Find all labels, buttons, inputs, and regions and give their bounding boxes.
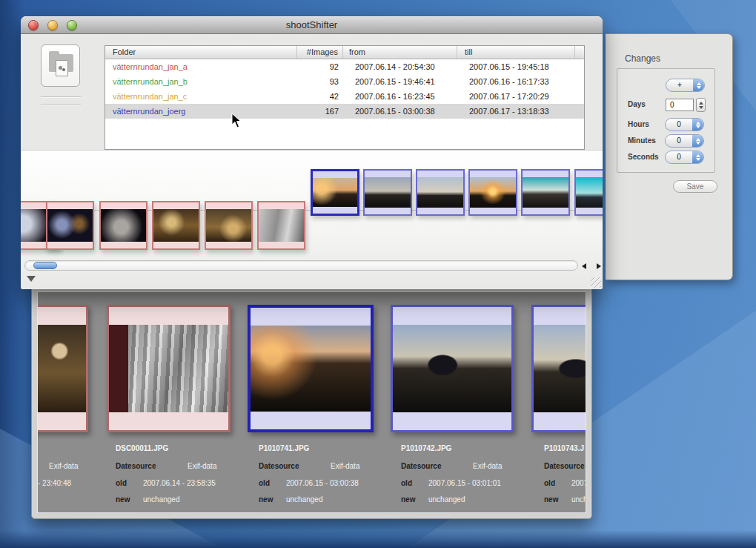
- from-date: 2007.06.16 - 16:23:45: [343, 89, 457, 104]
- detail-filename: P1010741.JPG: [259, 444, 309, 452]
- detail-datesource-value: Exif-data: [331, 462, 359, 470]
- old-label: old: [544, 479, 555, 487]
- table-row[interactable]: vätternrundan_jan_b 93 2007.06.15 - 19:4…: [105, 74, 584, 89]
- photo-image: [534, 325, 586, 412]
- disclosure-triangle-icon[interactable]: [27, 276, 36, 282]
- detail-photo-dsc00011[interactable]: [107, 305, 231, 432]
- detail-new-value: unchanged: [143, 495, 180, 504]
- thumbnail-blue[interactable]: [468, 169, 517, 216]
- detail-old-value: 2007.06.15 - 03:00:38: [286, 479, 359, 487]
- till-date: 2007.06.17 - 13:18:33: [457, 104, 575, 119]
- hours-popup[interactable]: 0: [665, 118, 704, 131]
- datesource-label: Datesource: [116, 462, 156, 470]
- folder-table: Folder #Images from till vätternrundan_j…: [105, 45, 585, 150]
- changes-drawer: Changes + Days 0 Hours 0 Minutes 0 Secon…: [606, 33, 733, 280]
- horizontal-scrollbar[interactable]: [24, 260, 578, 271]
- datesource-label: Datesource: [401, 462, 441, 470]
- folder-pane: Folder #Images from till vätternrundan_j…: [21, 35, 603, 151]
- detail-new-value: unchanged: [428, 495, 465, 504]
- table-row[interactable]: vätternrundan_jan_c 42 2007.06.16 - 16:2…: [105, 89, 584, 104]
- detail-drawer: Exif-data - 23:40:48 DSC00011.JPG Dateso…: [31, 285, 592, 519]
- photo-image: [393, 325, 511, 412]
- detail-old-value: - 23:40:48: [38, 479, 71, 487]
- seconds-value: 0: [666, 151, 692, 163]
- photo-matte: [37, 412, 86, 430]
- scroll-right-icon[interactable]: [597, 263, 601, 269]
- detail-filename: P1010742.JPG: [401, 444, 451, 452]
- column-header-till[interactable]: till: [457, 46, 575, 59]
- save-button[interactable]: Save: [673, 180, 717, 193]
- thumbnail-blue[interactable]: [363, 169, 412, 216]
- table-row[interactable]: vätternrundan_jan_a 92 2007.06.14 - 20:5…: [105, 59, 584, 74]
- operator-popup[interactable]: +: [666, 79, 705, 92]
- minutes-popup[interactable]: 0: [665, 134, 704, 148]
- photo-image: [109, 325, 228, 412]
- detail-photo-p1010742[interactable]: [391, 305, 514, 432]
- thumbnail-blue[interactable]: [574, 169, 603, 216]
- detail-photo-p1010743[interactable]: [531, 305, 586, 432]
- main-window: shootShifter Folder #Images from till vä…: [21, 16, 603, 289]
- resize-grip[interactable]: [591, 277, 601, 288]
- seconds-popup[interactable]: 0: [665, 151, 704, 164]
- thumbnail-blue-selected[interactable]: [311, 169, 359, 216]
- popup-stepper-icon: [692, 151, 703, 163]
- folder-name: vätternrundan_jan_b: [105, 74, 297, 89]
- table-header: Folder #Images from till: [105, 46, 584, 59]
- mouse-cursor: [231, 113, 242, 132]
- from-date: 2007.06.15 - 03:00:38: [343, 104, 457, 119]
- till-date: 2007.06.17 - 17:20:29: [457, 89, 575, 104]
- photo-image: [37, 325, 86, 412]
- stepper-down-icon: [699, 106, 703, 109]
- photo-matte: [109, 412, 228, 430]
- image-count: 93: [297, 74, 343, 89]
- new-label: new: [401, 495, 415, 504]
- close-button[interactable]: [28, 20, 39, 30]
- thumbnail-pink[interactable]: [99, 201, 147, 250]
- detail-datesource-value: Exif-data: [473, 462, 502, 470]
- title-bar[interactable]: shootShifter: [21, 16, 603, 34]
- detail-old-value: 2007.06.14 - 23:58:35: [143, 479, 216, 487]
- popup-stepper-icon: [692, 119, 703, 131]
- detail-photo-partial-left[interactable]: [37, 305, 88, 432]
- detail-datesource-value: Exif-data: [188, 462, 216, 470]
- scroll-left-icon[interactable]: [582, 263, 586, 269]
- photo-matte: [251, 412, 371, 429]
- folder-name: vätternrundan_joerg: [105, 104, 297, 119]
- minimize-button[interactable]: [47, 20, 58, 30]
- days-field[interactable]: 0: [666, 99, 694, 111]
- detail-old-value: 2007.06.15 - 03:01:01: [428, 479, 501, 487]
- detail-filename: P1010743.J: [544, 444, 584, 452]
- changes-title: Changes: [625, 53, 660, 64]
- image-count: 42: [297, 89, 343, 104]
- thumbnail-blue[interactable]: [416, 169, 465, 216]
- column-header-gutter: [575, 46, 584, 59]
- column-header-folder[interactable]: Folder: [105, 46, 297, 59]
- thumbnail-pink[interactable]: [46, 201, 94, 250]
- days-label: Days: [628, 100, 646, 108]
- hours-value: 0: [666, 119, 692, 131]
- column-header-images[interactable]: #Images: [297, 46, 343, 59]
- photo-matte: [251, 308, 371, 326]
- minutes-value: 0: [666, 135, 692, 147]
- scrollbar-thumb[interactable]: [33, 262, 57, 269]
- folder-name: vätternrundan_jan_c: [105, 89, 297, 104]
- thumbnail-pink[interactable]: [257, 201, 305, 250]
- days-stepper[interactable]: [696, 98, 706, 112]
- scrollbar-arrows[interactable]: [582, 262, 601, 270]
- window-title: shootShifter: [21, 16, 603, 33]
- old-label: old: [401, 479, 412, 487]
- old-label: old: [116, 479, 127, 487]
- desktop-shade: [0, 530, 756, 548]
- divider: [41, 96, 81, 97]
- table-row-selected[interactable]: vätternrundan_joerg 167 2007.06.15 - 03:…: [105, 104, 584, 119]
- thumbnail-pink[interactable]: [205, 201, 253, 250]
- thumbnail-blue[interactable]: [521, 169, 570, 216]
- folder-drop-well[interactable]: [41, 44, 80, 87]
- minutes-label: Minutes: [628, 136, 656, 145]
- zoom-button[interactable]: [67, 20, 77, 30]
- column-header-from[interactable]: from: [343, 46, 457, 59]
- photo-matte: [534, 412, 586, 430]
- detail-photo-p1010741-selected[interactable]: [248, 305, 374, 432]
- image-count: 92: [297, 59, 343, 74]
- thumbnail-pink[interactable]: [152, 201, 200, 250]
